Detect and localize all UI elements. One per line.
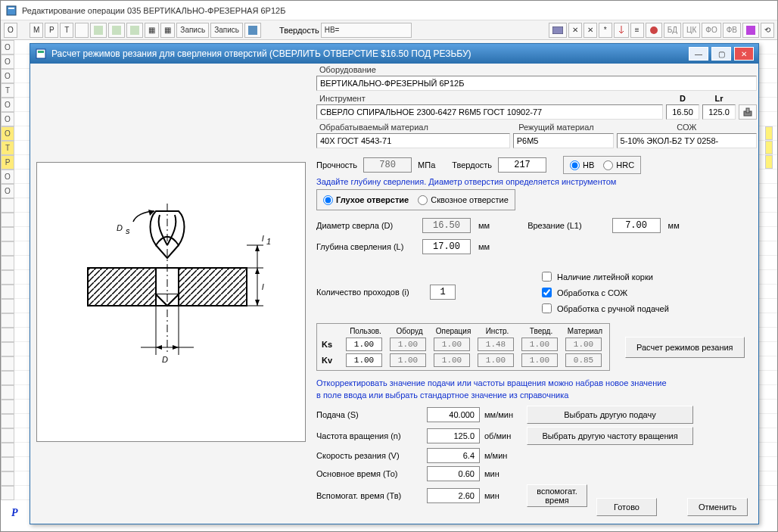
- chk-casting[interactable]: Наличие литейной корки: [539, 269, 669, 284]
- tb-x2[interactable]: ✕: [584, 23, 597, 38]
- ok-button[interactable]: Готово: [596, 498, 657, 516]
- modal-window: Расчет режимов резания для сверления отв…: [30, 43, 759, 524]
- tb-m[interactable]: М: [30, 23, 43, 38]
- through-radio[interactable]: Сквозное отверстие: [418, 195, 509, 205]
- row-header[interactable]: [1, 356, 14, 371]
- d-field[interactable]: 16.50: [666, 104, 699, 120]
- ks-coef-1: [390, 338, 426, 351]
- row-header[interactable]: [1, 256, 14, 270]
- row-header[interactable]: Р: [1, 155, 14, 170]
- tb-i9[interactable]: ≡: [630, 23, 644, 38]
- row-header[interactable]: О: [1, 69, 14, 83]
- row-header[interactable]: О: [1, 126, 14, 141]
- mat-field[interactable]: 40Х ГОСТ 4543-71: [316, 133, 510, 148]
- tool-value: СВЕРЛО СПИРАЛЬНОЕ 2300-6427 R6M5 ГОСТ 10…: [320, 107, 542, 117]
- row-header[interactable]: Т: [1, 83, 14, 98]
- row-header[interactable]: О: [1, 40, 14, 54]
- row-header[interactable]: [1, 342, 14, 356]
- ks-coef-0[interactable]: [346, 338, 382, 351]
- tb-i2[interactable]: [108, 23, 125, 38]
- row-header[interactable]: [1, 443, 14, 457]
- tb-ck[interactable]: ЦК: [683, 23, 700, 38]
- row-header[interactable]: [1, 198, 14, 213]
- soz-field[interactable]: 5-10% ЭКОЛ-Б2 ТУ 0258-: [617, 133, 757, 148]
- minimize-button[interactable]: —: [689, 47, 708, 61]
- row-header[interactable]: [1, 313, 14, 328]
- tb-i11[interactable]: [742, 23, 759, 38]
- maximize-button[interactable]: ▢: [711, 47, 731, 61]
- equip-field[interactable]: ВЕРТИКАЛЬНО-ФРЕЗЕРНЫЙ 6Р12Б: [316, 76, 757, 91]
- chk-manual[interactable]: Обработка с ручной подачей: [539, 301, 669, 316]
- tb-i1[interactable]: [90, 23, 107, 38]
- cancel-button[interactable]: Отменить: [687, 498, 748, 516]
- close-button[interactable]: ✕: [734, 47, 754, 61]
- cutmat-field[interactable]: Р6М5: [513, 133, 614, 148]
- plunge-field[interactable]: [612, 218, 661, 233]
- row-header[interactable]: О: [1, 112, 14, 126]
- row-header[interactable]: [1, 241, 14, 256]
- lr-field[interactable]: 125.0: [702, 104, 736, 120]
- row-header[interactable]: О: [1, 170, 14, 184]
- rpm-select-button[interactable]: Выбрать другую частоту вращения: [527, 427, 693, 445]
- blind-radio[interactable]: Глухое отверстие: [323, 195, 409, 205]
- row-header[interactable]: [1, 400, 14, 414]
- row-header[interactable]: [1, 471, 14, 486]
- tb-star[interactable]: *: [599, 23, 612, 38]
- tb-fo[interactable]: ФО: [702, 23, 720, 38]
- row-header[interactable]: [1, 486, 14, 500]
- tb-i5[interactable]: ▦: [160, 23, 175, 38]
- tb-i12[interactable]: ⟲: [761, 23, 774, 38]
- row-header[interactable]: [1, 227, 14, 241]
- chk-soz[interactable]: Обработка с СОЖ: [539, 285, 669, 300]
- tb-i10[interactable]: [646, 23, 662, 38]
- tool-button[interactable]: [739, 104, 757, 120]
- feed-field[interactable]: 40.000: [427, 407, 480, 422]
- tb-hb-input[interactable]: [321, 23, 412, 38]
- hrc-radio[interactable]: HRC: [603, 160, 634, 170]
- row-header[interactable]: Т: [1, 141, 14, 155]
- tb-i4[interactable]: ▦: [145, 23, 159, 38]
- tb-zapis1[interactable]: Запись: [176, 23, 209, 38]
- tb-bd[interactable]: БД: [664, 23, 681, 38]
- cutmat-label: Режущий материал: [515, 121, 614, 133]
- row-header[interactable]: О: [1, 184, 14, 198]
- svg-text:l: l: [262, 234, 264, 243]
- row-header[interactable]: [1, 385, 14, 400]
- svg-rect-10: [38, 51, 44, 53]
- row-header[interactable]: [1, 285, 14, 299]
- calc-button[interactable]: Расчет режимов резания: [625, 337, 745, 358]
- tv-button[interactable]: вспомогат. время: [527, 484, 587, 507]
- bottom-buttons: Готово Отменить: [596, 498, 748, 516]
- tb-i8[interactable]: [614, 23, 629, 38]
- row-header[interactable]: [1, 428, 14, 443]
- row-header[interactable]: О: [1, 54, 14, 69]
- tb-t[interactable]: Т: [60, 23, 73, 38]
- row-header[interactable]: [1, 270, 14, 285]
- tb-fv[interactable]: ФВ: [723, 23, 741, 38]
- row-header[interactable]: [1, 371, 14, 385]
- row-header[interactable]: [1, 414, 14, 428]
- row-header[interactable]: [1, 457, 14, 471]
- rpm-field[interactable]: 125.0: [427, 428, 480, 443]
- coef-header: Тверд.: [521, 327, 561, 335]
- tb-gap1[interactable]: [75, 23, 89, 38]
- kv-coef-0[interactable]: [346, 353, 382, 367]
- row-header[interactable]: [1, 299, 14, 313]
- hardness-unit-group: HB HRC: [563, 156, 641, 174]
- tb-i6[interactable]: [244, 23, 261, 38]
- tb-i7[interactable]: [549, 23, 567, 38]
- row-header[interactable]: О: [1, 98, 14, 112]
- tb-o[interactable]: О: [4, 23, 17, 38]
- depth-field[interactable]: [422, 239, 471, 254]
- row-header[interactable]: [1, 213, 14, 227]
- passes-field[interactable]: [430, 285, 456, 300]
- hardness-field[interactable]: [498, 157, 546, 173]
- tb-zapis2[interactable]: Запись: [210, 23, 243, 38]
- row-header[interactable]: [1, 328, 14, 342]
- feed-select-button[interactable]: Выбрать другую подачу: [527, 406, 693, 424]
- tb-x1[interactable]: ✕: [568, 23, 582, 38]
- tb-p[interactable]: Р: [45, 23, 58, 38]
- tb-i3[interactable]: [126, 23, 143, 38]
- hb-radio[interactable]: HB: [570, 160, 594, 170]
- tool-field[interactable]: СВЕРЛО СПИРАЛЬНОЕ 2300-6427 R6M5 ГОСТ 10…: [316, 104, 663, 120]
